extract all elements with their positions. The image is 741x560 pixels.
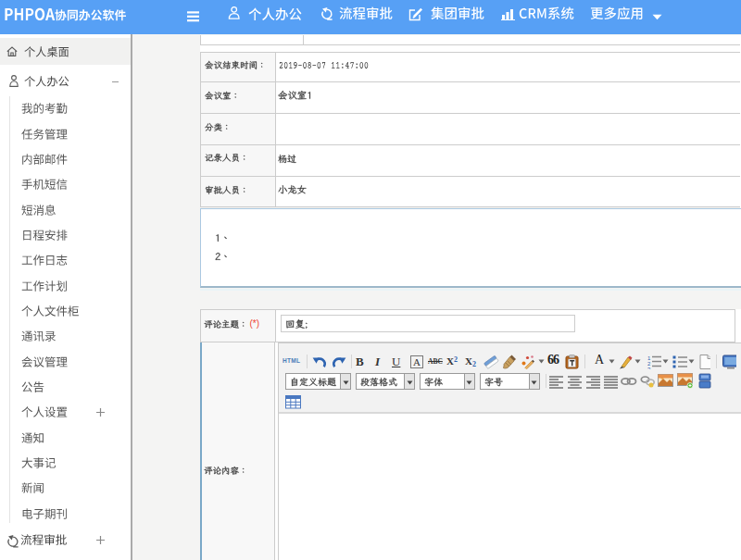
svg-text:3: 3 (647, 366, 651, 369)
svg-text:A: A (413, 356, 421, 367)
